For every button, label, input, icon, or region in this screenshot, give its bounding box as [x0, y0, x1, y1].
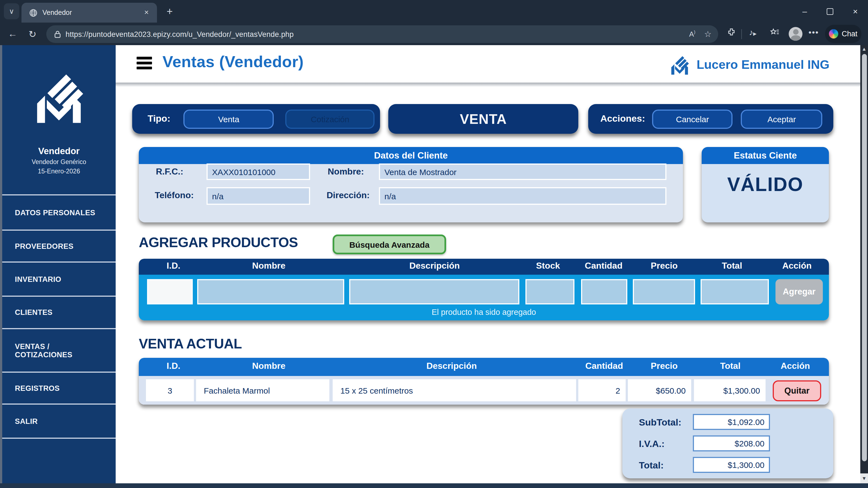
window-bottom-edge: [0, 483, 868, 488]
cell-nombre: Fachaleta Marmol: [196, 379, 329, 401]
col-nombre: Nombre: [252, 361, 285, 371]
sidebar-item-proveedores[interactable]: PROVEEDORES: [2, 231, 116, 263]
input-stock[interactable]: [525, 279, 575, 304]
input-nombre[interactable]: [197, 279, 344, 304]
aceptar-button[interactable]: Aceptar: [741, 109, 823, 129]
col-cantidad: Cantidad: [585, 261, 623, 271]
productos-table-body: Agregar El producto ha sido agregado: [139, 275, 829, 320]
tipo-cotizacion-button[interactable]: Cotización: [285, 109, 374, 129]
window-close-button[interactable]: ×: [843, 0, 868, 23]
media-controls-icon[interactable]: ♪▶: [749, 28, 756, 37]
sidebar-item-datos-personales[interactable]: DATOS PERSONALES: [2, 195, 116, 231]
copilot-icon: [829, 29, 838, 38]
col-stock: Stock: [536, 261, 560, 271]
agregar-button[interactable]: Agregar: [775, 279, 823, 304]
col-id: I.D.: [166, 361, 180, 371]
col-descripcion: Descripción: [409, 261, 460, 271]
totales-panel: SubTotal: $1,092.00 I.V.A.: $208.00 Tota…: [622, 409, 833, 478]
rfc-label: R.F.C.:: [156, 167, 183, 177]
productos-table-header: I.D. Nombre Descripción Stock Cantidad P…: [139, 259, 829, 275]
tipo-panel: Tipo: Venta Cotización: [132, 104, 380, 134]
tab-search-chevron-icon[interactable]: ∨: [4, 3, 19, 19]
col-accion: Acción: [781, 361, 810, 371]
col-total: Total: [720, 361, 741, 371]
page-scrollbar[interactable]: ▲ ▼: [860, 45, 868, 483]
scrollbar-up-icon[interactable]: ▲: [860, 46, 868, 52]
sidebar-menu: DATOS PERSONALES PROVEEDORES INVENTARIO …: [2, 194, 116, 439]
browser-window: ∨ Vendedor × + – × ← ↻: [0, 0, 868, 488]
brand-name: Lucero Emmanuel ING: [696, 58, 830, 72]
collections-icon[interactable]: [770, 28, 779, 36]
sidebar: Vendedor Vendedor Genérico 15-Enero-2026…: [2, 45, 116, 483]
new-tab-button[interactable]: +: [163, 5, 176, 18]
cancelar-button[interactable]: Cancelar: [652, 109, 733, 129]
read-aloud-icon[interactable]: A): [689, 30, 695, 38]
total-label: Total:: [639, 460, 664, 471]
settings-more-icon[interactable]: •••: [808, 28, 819, 37]
profile-avatar[interactable]: [789, 27, 802, 41]
producto-agregado-message: El producto ha sido agregado: [139, 308, 829, 317]
sidebar-item-registros[interactable]: REGISTROS: [2, 373, 116, 404]
refresh-icon[interactable]: ↻: [25, 27, 40, 41]
input-total[interactable]: [701, 279, 769, 304]
subtotal-value[interactable]: $1,092.00: [693, 414, 770, 430]
tab-close-icon[interactable]: ×: [142, 8, 151, 18]
total-value[interactable]: $1,300.00: [693, 457, 770, 473]
estatus-panel: Estatus Ciente VÁLIDO: [702, 147, 829, 222]
estatus-panel-title: Estatus Ciente: [702, 147, 829, 164]
quitar-button[interactable]: Quitar: [773, 380, 821, 401]
telefono-label: Teléfono:: [155, 191, 194, 200]
venta-actual-table-header: I.D. Nombre Descripción Cantidad Precio …: [139, 358, 829, 376]
sidebar-item-salir[interactable]: SALIR: [2, 404, 116, 439]
hamburger-menu-icon[interactable]: [136, 57, 152, 69]
sidebar-role-subtitle: Vendedor Genérico: [2, 159, 116, 165]
sidebar-item-clientes[interactable]: CLIENTES: [2, 297, 116, 329]
rfc-field[interactable]: XAXX010101000: [207, 163, 310, 180]
window-maximize-button[interactable]: [817, 0, 843, 23]
scrollbar-thumb[interactable]: [862, 54, 867, 461]
favorite-star-icon[interactable]: ☆: [704, 29, 712, 39]
direccion-field[interactable]: n/a: [379, 187, 666, 205]
copilot-chat-button[interactable]: Chat: [825, 25, 861, 43]
window-minimize-button[interactable]: –: [792, 0, 817, 23]
browser-tab-bar: ∨ Vendedor × + – ×: [0, 0, 868, 23]
mode-title: VENTA: [388, 111, 578, 127]
main-content: Ventas (Vendedor) Lucero Emmanuel ING: [116, 45, 863, 483]
input-id[interactable]: [147, 279, 193, 304]
sidebar-item-inventario[interactable]: INVENTARIO: [2, 263, 116, 297]
extensions-icon[interactable]: [727, 28, 736, 36]
col-total: Total: [722, 261, 742, 271]
col-cantidad: Cantidad: [585, 361, 623, 371]
direccion-label: Dirección:: [327, 191, 370, 200]
col-descripcion: Descripción: [426, 361, 477, 371]
browser-tab[interactable]: Vendedor ×: [22, 3, 157, 23]
brand-logo: [668, 54, 691, 76]
tipo-label: Tipo:: [148, 113, 170, 124]
sidebar-role-title: Vendedor: [2, 146, 116, 156]
tab-title: Vendedor: [42, 9, 72, 17]
tipo-venta-button[interactable]: Venta: [183, 109, 274, 129]
estatus-value: VÁLIDO: [702, 173, 829, 195]
input-precio[interactable]: [633, 279, 695, 304]
cliente-panel: Datos del Cliente: [139, 147, 683, 222]
sidebar-item-ventas-cotizaciones[interactable]: VENTAS / COTIZACIONES: [2, 329, 116, 373]
input-descripcion[interactable]: [349, 279, 519, 304]
col-accion: Acción: [782, 261, 812, 271]
iva-value[interactable]: $208.00: [693, 435, 770, 451]
browser-url-bar: ← ↻ https://puntodeventa2023.epizy.com/u…: [0, 23, 868, 45]
sidebar-date: 15-Enero-2026: [2, 168, 116, 174]
address-field[interactable]: https://puntodeventa2023.epizy.com/u_Ven…: [46, 25, 718, 43]
input-cantidad[interactable]: [581, 279, 627, 304]
iva-label: I.V.A.:: [639, 439, 664, 450]
acciones-label: Acciones:: [600, 113, 645, 124]
telefono-field[interactable]: n/a: [207, 187, 310, 205]
scrollbar-down-icon[interactable]: ▼: [860, 473, 868, 483]
window-controls: – ×: [792, 0, 868, 23]
nombre-label: Nombre:: [328, 167, 364, 177]
cell-id: 3: [146, 379, 194, 401]
mode-panel: VENTA: [388, 104, 578, 134]
back-icon[interactable]: ←: [5, 27, 20, 41]
busqueda-avanzada-button[interactable]: Búsqueda Avanzada: [333, 234, 446, 254]
nombre-field[interactable]: Venta de Mostrador: [379, 163, 666, 180]
window-edge: [0, 45, 2, 483]
